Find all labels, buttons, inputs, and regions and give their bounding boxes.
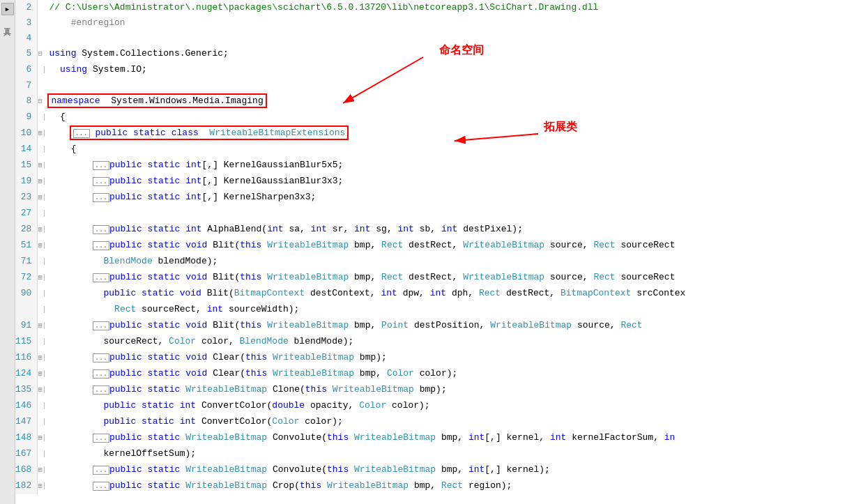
code-line: public static int ConvertColor(double op… <box>46 398 847 414</box>
line-number: 182 <box>15 478 38 494</box>
table-row: 116 ⊞ | ...public static void Clear(this… <box>15 350 847 366</box>
code-line: Rect sourceRect, int sourceWidth); <box>46 302 847 318</box>
table-row: 28 ⊞ | ...public static int AlphaBlend(i… <box>15 222 847 238</box>
code-line: ...public static WriteableBitmap Crop(th… <box>46 478 847 494</box>
line-number: 3 <box>15 15 38 31</box>
table-row: 2 // C:\Users\Administrator\.nuget\packa… <box>15 0 847 15</box>
table-row: 147 | public static int ConvertColor(Col… <box>15 414 847 430</box>
table-row: 19 ⊞ | ...public static int[,] KernelGau… <box>15 174 847 190</box>
code-line: ...public static void Blit(this Writeabl… <box>46 318 847 334</box>
table-row: 146 | public static int ConvertColor(dou… <box>15 398 847 414</box>
table-row: 135 ⊞ | ...public static WriteableBitmap… <box>15 382 847 398</box>
line-number: 116 <box>15 350 38 366</box>
code-line: ...public static void Clear(this Writeab… <box>46 350 847 366</box>
code-line: { <box>46 142 847 158</box>
table-row: 51 ⊞ | ...public static void Blit(this W… <box>15 238 847 254</box>
line-number: 168 <box>15 462 38 478</box>
line-number: 10 <box>15 125 38 142</box>
code-line: public static int ConvertColor(Color col… <box>46 414 847 430</box>
code-line <box>46 31 847 46</box>
fold-col: | <box>42 414 46 430</box>
table-row: 23 ⊞ | ...public static int[,] KernelSha… <box>15 190 847 206</box>
table-row: 9 | { <box>15 109 847 125</box>
fold-col: ⊟ <box>38 93 43 109</box>
line-number: 148 <box>15 430 38 446</box>
fold-col: | <box>42 446 46 462</box>
code-line <box>46 78 847 93</box>
code-line: ...public static void Blit(this Writeabl… <box>46 270 847 286</box>
table-row: 6 | using System.IO; <box>15 62 847 78</box>
fold-col: | <box>42 238 46 254</box>
table-row: 5 ⊟ using System.Collections.Generic; <box>15 46 847 62</box>
code-line: ...public static WriteableBitmap Convolu… <box>46 462 847 478</box>
line-number: 135 <box>15 382 38 398</box>
fold-col: | <box>42 318 46 334</box>
editor-container: ▶ 工具 命名空间 拓展类 <box>0 0 847 504</box>
table-row: 91 ⊞ | ...public static void Blit(this W… <box>15 318 847 334</box>
table-row: | Rect sourceRect, int sourceWidth); <box>15 302 847 318</box>
line-number: 19 <box>15 174 38 190</box>
table-row: 71 | BlendMode blendMode); <box>15 254 847 270</box>
fold-col: | <box>42 430 46 446</box>
fold-col: | <box>42 286 46 302</box>
fold-col: | <box>42 382 46 398</box>
code-line: kernelOffsetSum); <box>46 446 847 462</box>
code-line: ...public static WriteableBitmap Clone(t… <box>46 382 847 398</box>
table-row: 8 ⊟ namespace System.Windows.Media.Imagi… <box>15 93 847 109</box>
fold-col: | <box>42 62 46 78</box>
table-row: 4 <box>15 31 847 46</box>
line-number: 15 <box>15 158 38 174</box>
code-line: namespace System.Windows.Media.Imaging <box>46 93 847 109</box>
line-number: 91 <box>15 318 38 334</box>
table-row: 3 #endregion <box>15 15 847 31</box>
fold-col: | <box>42 174 46 190</box>
line-number: 27 <box>15 206 38 222</box>
code-line: ... public static class WriteableBitmapE… <box>46 125 847 142</box>
code-line: ...public static void Clear(this Writeab… <box>46 366 847 382</box>
fold-col: | <box>42 478 46 494</box>
table-row: 27 | <box>15 206 847 222</box>
table-row: 115 | sourceRect, Color color, BlendMode… <box>15 334 847 350</box>
code-area: 命名空间 拓展类 2 // C:\Users\Administrator\.nu… <box>15 0 847 504</box>
fold-col: | <box>42 142 46 158</box>
code-line: ...public static int[,] KernelGaussianBl… <box>46 158 847 174</box>
table-row: 167 | kernelOffsetSum); <box>15 446 847 462</box>
line-number: 2 <box>15 0 38 15</box>
fold-col: ⊟ <box>38 46 43 62</box>
line-number: 4 <box>15 31 38 46</box>
table-row: 72 ⊞ | ...public static void Blit(this W… <box>15 270 847 286</box>
code-line: sourceRect, Color color, BlendMode blend… <box>46 334 847 350</box>
fold-col: | <box>42 366 46 382</box>
table-row: 168 ⊞ | ...public static WriteableBitmap… <box>15 462 847 478</box>
table-row: 10 ⊞ | ... public static class Writeable… <box>15 125 847 142</box>
code-line: using System.IO; <box>46 62 847 78</box>
code-line: ...public static WriteableBitmap Convolu… <box>46 430 847 446</box>
line-number: 9 <box>15 109 38 125</box>
line-number: 167 <box>15 446 38 462</box>
line-number: 72 <box>15 270 38 286</box>
toolbar-btn-1[interactable]: ▶ <box>1 3 14 15</box>
fold-col: | <box>42 222 46 238</box>
line-number: 146 <box>15 398 38 414</box>
fold-col: | <box>42 190 46 206</box>
line-number: 14 <box>15 142 38 158</box>
line-number: 8 <box>15 93 38 109</box>
line-number: 147 <box>15 414 38 430</box>
code-line: #endregion <box>46 15 847 31</box>
line-number: 124 <box>15 366 38 382</box>
code-line: BlendMode blendMode); <box>46 254 847 270</box>
table-row: 14 | { <box>15 142 847 158</box>
table-row: 90 | public static void Blit(BitmapConte… <box>15 286 847 302</box>
line-number: 6 <box>15 62 38 78</box>
line-number: 115 <box>15 334 38 350</box>
table-row: 148 ⊞ | ...public static WriteableBitmap… <box>15 430 847 446</box>
fold-col: | <box>42 109 46 125</box>
fold-col: | <box>42 334 46 350</box>
fold-col: | <box>42 158 46 174</box>
table-row: 182 ⊞ | ...public static WriteableBitmap… <box>15 478 847 494</box>
table-row: 15 ⊞ | ...public static int[,] KernelGau… <box>15 158 847 174</box>
fold-col: | <box>42 270 46 286</box>
line-number: 7 <box>15 78 38 93</box>
table-row: 124 ⊞ | ...public static void Clear(this… <box>15 366 847 382</box>
fold-col: | <box>42 302 46 318</box>
